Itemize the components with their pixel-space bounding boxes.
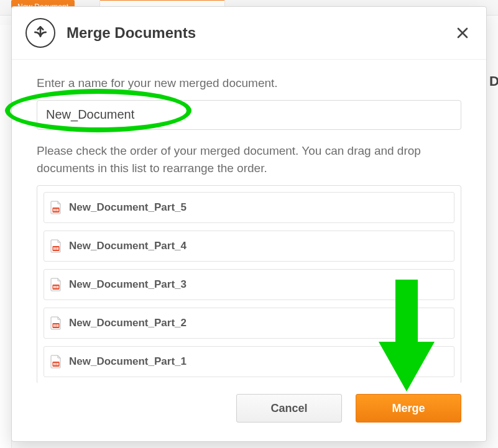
- modal-footer: Cancel Merge: [12, 383, 486, 441]
- modal-header: Merge Documents: [12, 7, 486, 60]
- bg-side-column: [0, 25, 12, 448]
- pdf-file-icon: [50, 316, 62, 330]
- document-order-list: New_Document_Part_5New_Document_Part_4Ne…: [37, 185, 461, 383]
- svg-rect-19: [57, 363, 58, 365]
- document-list-item[interactable]: New_Document_Part_4: [44, 231, 454, 262]
- merge-documents-modal: Merge Documents Enter a name for your ne…: [11, 6, 487, 442]
- document-list-item-label: New_Document_Part_5: [69, 201, 187, 214]
- document-list-item[interactable]: New_Document_Part_1: [44, 346, 454, 377]
- svg-rect-7: [57, 247, 58, 250]
- merge-button[interactable]: Merge: [356, 394, 461, 423]
- cancel-button[interactable]: Cancel: [236, 394, 342, 423]
- svg-rect-17: [53, 363, 55, 365]
- svg-rect-9: [53, 286, 55, 288]
- svg-rect-2: [55, 209, 57, 211]
- instruction-order: Please check the order of your merged do…: [37, 142, 461, 178]
- svg-rect-11: [57, 286, 58, 288]
- modal-body: Enter a name for your new merged documen…: [12, 60, 486, 383]
- svg-rect-15: [57, 324, 58, 327]
- document-list-item-label: New_Document_Part_1: [69, 355, 187, 368]
- document-list-item-label: New_Document_Part_2: [69, 317, 187, 329]
- bg-truncated-label: D: [489, 73, 498, 89]
- svg-rect-10: [55, 286, 57, 288]
- modal-title: Merge Documents: [67, 24, 454, 42]
- document-list-item-label: New_Document_Part_3: [69, 278, 187, 291]
- pdf-file-icon: [50, 201, 62, 214]
- pdf-file-icon: [50, 278, 62, 291]
- svg-rect-18: [55, 363, 57, 365]
- svg-rect-13: [53, 324, 55, 327]
- svg-rect-5: [53, 247, 55, 250]
- merge-icon: [25, 18, 55, 48]
- pdf-file-icon: [50, 239, 62, 253]
- svg-rect-1: [53, 209, 55, 211]
- document-list-item[interactable]: New_Document_Part_5: [44, 192, 454, 223]
- svg-rect-3: [57, 209, 58, 211]
- close-button[interactable]: [454, 24, 471, 42]
- pdf-file-icon: [50, 355, 62, 368]
- close-icon: [456, 27, 469, 39]
- svg-rect-14: [55, 324, 57, 327]
- document-list-item-label: New_Document_Part_4: [69, 240, 187, 252]
- document-list-item[interactable]: New_Document_Part_3: [44, 269, 454, 300]
- merged-document-name-input[interactable]: [37, 100, 461, 130]
- document-list-item[interactable]: New_Document_Part_2: [44, 308, 454, 339]
- svg-rect-6: [55, 247, 57, 250]
- instruction-name: Enter a name for your new merged documen…: [37, 75, 461, 93]
